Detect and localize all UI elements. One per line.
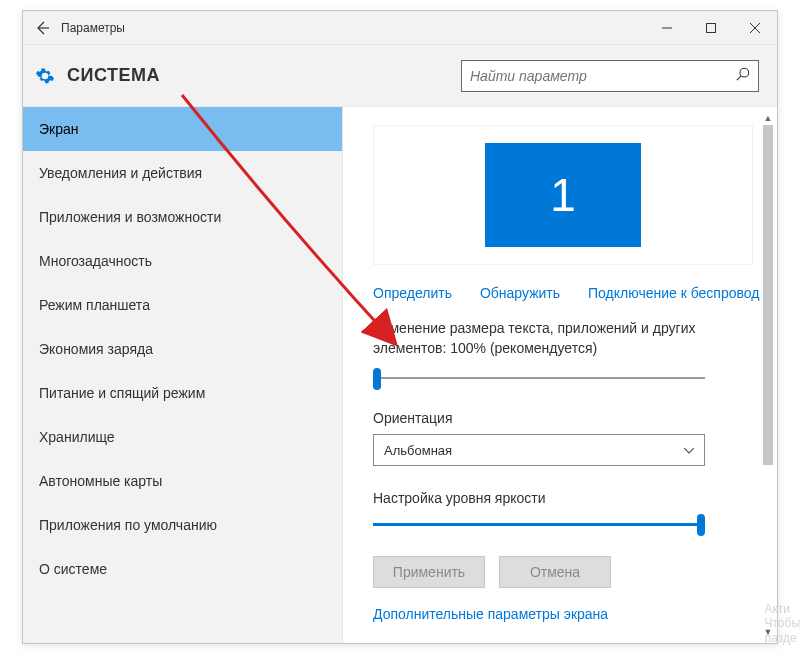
display-arrangement[interactable]: 1 (373, 125, 753, 265)
search-input[interactable] (470, 68, 736, 84)
page-title: СИСТЕМА (67, 65, 160, 86)
svg-rect-1 (707, 23, 716, 32)
slider-thumb[interactable] (373, 368, 381, 390)
slider-track (373, 523, 705, 526)
sidebar-item-apps[interactable]: Приложения и возможности (23, 195, 342, 239)
close-button[interactable] (733, 11, 777, 45)
advanced-display-link[interactable]: Дополнительные параметры экрана (373, 606, 747, 622)
sidebar-item-power[interactable]: Питание и спящий режим (23, 371, 342, 415)
orientation-value: Альбомная (384, 443, 452, 458)
sidebar-item-tablet[interactable]: Режим планшета (23, 283, 342, 327)
sidebar-item-multitasking[interactable]: Многозадачность (23, 239, 342, 283)
orientation-label: Ориентация (373, 410, 747, 426)
svg-point-4 (740, 68, 749, 77)
sidebar-item-notifications[interactable]: Уведомления и действия (23, 151, 342, 195)
maximize-button[interactable] (689, 11, 733, 45)
gear-icon (35, 66, 55, 86)
minimize-button[interactable] (645, 11, 689, 45)
slider-thumb[interactable] (697, 514, 705, 536)
scroll-up-icon[interactable]: ▲ (761, 111, 775, 125)
scaling-label: Изменение размера текста, приложений и д… (373, 319, 747, 358)
titlebar: Параметры (23, 11, 777, 45)
sidebar-item-default-apps[interactable]: Приложения по умолчанию (23, 503, 342, 547)
window-title: Параметры (61, 21, 125, 35)
wireless-link[interactable]: Подключение к беспровод (588, 285, 759, 301)
sidebar-item-storage[interactable]: Хранилище (23, 415, 342, 459)
scaling-slider[interactable] (373, 368, 705, 388)
sidebar-item-about[interactable]: О системе (23, 547, 342, 591)
search-box[interactable] (461, 60, 759, 92)
apply-cancel-row: Применить Отмена (373, 556, 747, 588)
slider-track (373, 377, 705, 379)
header: СИСТЕМА (23, 45, 777, 107)
detect-link[interactable]: Обнаружить (480, 285, 560, 301)
activation-watermark: Акти Чтобы разде (764, 602, 800, 645)
brightness-label: Настройка уровня яркости (373, 490, 747, 506)
window-controls (645, 11, 777, 45)
orientation-select[interactable]: Альбомная (373, 434, 705, 466)
sidebar: Экран Уведомления и действия Приложения … (23, 107, 343, 643)
scroll-track[interactable] (761, 125, 775, 625)
settings-window: Параметры СИСТЕМА Экран (22, 10, 778, 644)
cancel-button[interactable]: Отмена (499, 556, 611, 588)
content: 1 Определить Обнаружить Подключение к бе… (343, 107, 777, 643)
apply-button[interactable]: Применить (373, 556, 485, 588)
search-icon (736, 67, 750, 84)
identify-link[interactable]: Определить (373, 285, 452, 301)
brightness-slider[interactable] (373, 514, 705, 534)
back-button[interactable] (23, 11, 61, 45)
scrollbar[interactable]: ▲ ▼ (761, 111, 775, 639)
sidebar-item-battery[interactable]: Экономия заряда (23, 327, 342, 371)
display-1[interactable]: 1 (485, 143, 641, 247)
scroll-thumb[interactable] (763, 125, 773, 465)
chevron-down-icon (684, 444, 694, 456)
svg-line-5 (737, 76, 741, 80)
sidebar-item-display[interactable]: Экран (23, 107, 342, 151)
display-actions: Определить Обнаружить Подключение к бесп… (373, 285, 747, 301)
main: Экран Уведомления и действия Приложения … (23, 107, 777, 643)
sidebar-item-maps[interactable]: Автономные карты (23, 459, 342, 503)
